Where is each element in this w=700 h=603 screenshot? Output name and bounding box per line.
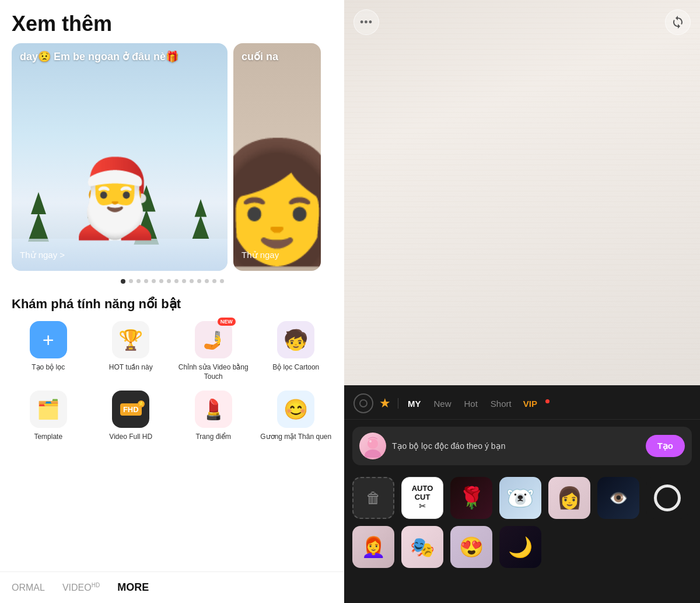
dot-6[interactable] <box>159 279 163 283</box>
card2-text-top: cuối na <box>242 50 278 64</box>
more-options-button[interactable]: ••• <box>354 9 379 35</box>
banner-text: Tạo bộ lọc độc đáo theo ý bạn <box>392 441 640 451</box>
filter-item-ring[interactable] <box>646 477 688 519</box>
filter-panel: ★ MY New Hot Short VIP Tạo bộ lọc độc đá… <box>344 385 700 603</box>
autocut-thumb: AUTO CUT ✂ <box>401 477 443 519</box>
carousel-card-1[interactable]: 🎅 day😟 Em be ngoan ở đâu nè🎁 Thử ngay > <box>12 43 228 271</box>
feature-guong-mat[interactable]: 😊 Gương mặt Thân quen <box>260 391 333 442</box>
filter-items-row-1: 🗑 AUTO CUT ✂ 🌹 🐻‍❄️ <box>344 472 700 524</box>
dot-14[interactable] <box>220 279 224 283</box>
video-full-hd-label: Video Full HD <box>109 433 152 442</box>
face2-thumb: 🎭 <box>401 526 443 568</box>
dot-9[interactable] <box>182 279 186 283</box>
filter-tabs: ★ MY New Hot Short VIP <box>344 385 700 420</box>
filter-item-bear[interactable]: 🐻‍❄️ <box>499 477 541 519</box>
svg-point-0 <box>368 438 378 449</box>
trang-diem-icon: 💄 <box>195 391 232 428</box>
feature-chinh-sua[interactable]: 🤳 NEW Chỉnh sửa Video bằng Touch <box>177 321 250 381</box>
video-full-hd-icon: FHD⭐ <box>112 391 149 428</box>
guong-mat-icon: 😊 <box>277 391 314 428</box>
filter-item-girl[interactable]: 👩 <box>548 477 590 519</box>
chinh-sua-label: Chỉnh sửa Video bằng Touch <box>177 363 250 381</box>
dot-5[interactable] <box>152 279 156 283</box>
tab-new[interactable]: New <box>429 396 456 411</box>
eye-icon: 👁️ <box>609 489 628 507</box>
trang-diem-label: Trang điểm <box>195 433 231 442</box>
svg-point-1 <box>365 449 381 458</box>
dot-active[interactable] <box>121 279 125 284</box>
filter-item-trash[interactable]: 🗑 <box>352 477 394 519</box>
bear-thumb: 🐻‍❄️ <box>499 477 541 519</box>
filter-item-autocut[interactable]: AUTO CUT ✂ <box>401 477 443 519</box>
nav-more[interactable]: MORE <box>117 581 149 594</box>
camera-top-left: ••• <box>354 9 379 35</box>
ring-icon <box>654 485 681 511</box>
banner-avatar <box>359 433 386 459</box>
bottom-nav: ORMAL VIDEOHD MORE <box>0 571 344 603</box>
dot-8[interactable] <box>174 279 178 283</box>
filter-item-face1[interactable]: 👩‍🦰 <box>352 526 394 568</box>
tao-bo-loc-icon: + <box>30 321 67 358</box>
bear-icon: 🐻‍❄️ <box>506 485 535 512</box>
tab-vip[interactable]: VIP <box>520 396 541 411</box>
dot-11[interactable] <box>197 279 201 283</box>
nav-video-hd[interactable]: VIDEOHD <box>62 582 100 593</box>
autocut-text-2: CUT <box>415 493 430 501</box>
svg-point-2 <box>369 440 372 442</box>
carousel-dots <box>0 271 344 292</box>
bo-loc-cartoon-label: Bộ lọc Cartoon <box>272 363 319 372</box>
new-badge: NEW <box>218 318 236 326</box>
filter-item-rose[interactable]: 🌹 <box>450 477 492 519</box>
hot-tuan-nay-icon: 🏆 <box>112 321 149 358</box>
tab-divider <box>398 398 398 409</box>
feature-trang-diem[interactable]: 💄 Trang điểm <box>177 391 250 442</box>
vip-notification-dot <box>545 399 550 403</box>
page-title: Xem thêm <box>0 0 344 43</box>
rose-thumb: 🌹 <box>450 477 492 519</box>
filter-item-face2[interactable]: 🎭 <box>401 526 443 568</box>
features-section-title: Khám phá tính năng nổi bật <box>0 292 344 321</box>
tab-short[interactable]: Short <box>486 396 516 411</box>
create-filter-button[interactable]: Tạo <box>646 435 685 457</box>
autocut-text-1: AUTO <box>412 485 433 492</box>
right-panel: ••• ★ MY New Hot Short VIP <box>344 0 700 603</box>
camera-top-right <box>665 9 691 35</box>
card1-text-top: day😟 Em be ngoan ở đâu nè🎁 <box>20 50 178 64</box>
dot-12[interactable] <box>205 279 209 283</box>
dot-3[interactable] <box>136 279 141 283</box>
block-filter-button[interactable] <box>354 393 373 413</box>
nav-normal[interactable]: ORMAL <box>12 583 45 593</box>
bo-loc-cartoon-icon: 🧒 <box>277 321 314 358</box>
girl-icon: 👩 <box>556 486 583 510</box>
tab-my[interactable]: MY <box>403 396 426 411</box>
dot-2[interactable] <box>129 279 133 283</box>
santa-emoji: 🎅 <box>68 160 162 236</box>
dot-13[interactable] <box>212 279 216 283</box>
dot-4[interactable] <box>144 279 148 283</box>
scissors-icon: ✂ <box>419 502 426 511</box>
filter-items-row-2: 👩‍🦰 🎭 😍 🌙 <box>344 524 700 570</box>
carousel-card-2[interactable]: 👩 cuối na Thử ngay <box>233 43 321 271</box>
card1-text-bottom: Thử ngay > <box>20 250 65 260</box>
template-label: Template <box>34 433 62 442</box>
filter-item-face3[interactable]: 😍 <box>450 526 492 568</box>
feature-tao-bo-loc[interactable]: + Tạo bộ lọc <box>12 321 85 381</box>
dot-7[interactable] <box>167 279 171 283</box>
feature-template[interactable]: 🗂️ Template <box>12 391 85 442</box>
dot-10[interactable] <box>190 279 194 283</box>
flip-camera-button[interactable] <box>665 9 691 35</box>
feature-video-full-hd[interactable]: FHD⭐ Video Full HD <box>94 391 168 442</box>
tab-hot[interactable]: Hot <box>460 396 482 411</box>
tao-bo-loc-label: Tạo bộ lọc <box>32 363 65 372</box>
feature-hot-tuan-nay[interactable]: 🏆 HOT tuần này <box>94 321 168 381</box>
chinh-sua-icon: 🤳 NEW <box>195 321 232 358</box>
feature-bo-loc-cartoon[interactable]: 🧒 Bộ lọc Cartoon <box>260 321 333 381</box>
favorites-tab[interactable]: ★ <box>377 396 393 411</box>
face1-thumb: 👩‍🦰 <box>352 526 394 568</box>
create-filter-banner: Tạo bộ lọc độc đáo theo ý bạn Tạo <box>352 427 692 465</box>
features-grid: + Tạo bộ lọc 🏆 HOT tuần này 🤳 NEW Chỉnh … <box>0 321 344 442</box>
trash-icon: 🗑 <box>366 489 381 507</box>
guong-mat-label: Gương mặt Thân quen <box>260 433 331 442</box>
filter-item-eye[interactable]: 👁️ <box>597 477 639 519</box>
filter-item-dark[interactable]: 🌙 <box>499 526 541 568</box>
